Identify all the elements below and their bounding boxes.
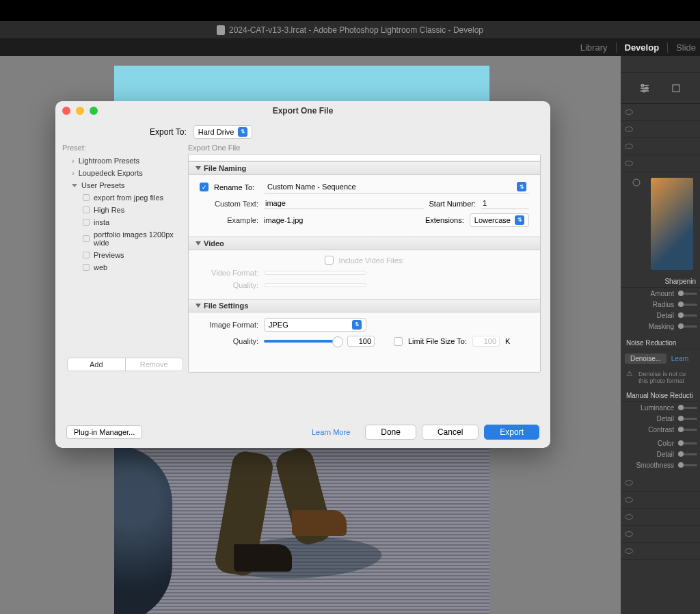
section-manual-noise: Manual Noise Reducti bbox=[621, 390, 700, 402]
denoise-learn-link[interactable]: Learn bbox=[671, 355, 689, 362]
section-noise: Noise Reduction bbox=[621, 337, 700, 349]
develop-panel: Sharpenin Amount Radius Detail Masking N… bbox=[621, 56, 700, 614]
limit-size-unit: K bbox=[505, 337, 510, 345]
sliders-icon[interactable] bbox=[639, 83, 650, 94]
start-number-input[interactable] bbox=[481, 198, 529, 209]
quality-label: Quality: bbox=[200, 337, 258, 345]
checkbox-icon[interactable] bbox=[83, 252, 90, 258]
checkbox-icon[interactable] bbox=[83, 219, 90, 226]
module-library[interactable]: Library bbox=[572, 42, 617, 53]
app-title: 2024-CAT-v13-3.lrcat - Adobe Photoshop L… bbox=[229, 25, 483, 35]
export-to-label: Export To: bbox=[150, 127, 187, 137]
chevron-updown-icon: ⇅ bbox=[352, 320, 362, 330]
extensions-select[interactable]: Lowercase ⇅ bbox=[470, 213, 529, 227]
eye-icon[interactable] bbox=[625, 480, 633, 485]
add-preset-button[interactable]: Add bbox=[68, 358, 126, 371]
dialog-title: Export One File bbox=[55, 106, 550, 116]
preset-group-loupedeck[interactable]: Loupedeck Exports bbox=[62, 167, 181, 179]
preset-group-lightroom[interactable]: Lightroom Presets bbox=[62, 155, 181, 167]
slider-luminance[interactable] bbox=[678, 407, 697, 409]
label-smoothness: Smoothness bbox=[636, 462, 674, 469]
label-amount: Amount bbox=[651, 290, 674, 297]
section-file-naming[interactable]: File Naming bbox=[189, 161, 540, 175]
rename-scheme-select[interactable]: Custom Name - Sequence ⇅ bbox=[265, 181, 529, 193]
cancel-button[interactable]: Cancel bbox=[422, 425, 479, 440]
zoom-icon[interactable] bbox=[90, 107, 98, 115]
extensions-label: Extensions: bbox=[425, 216, 464, 224]
close-icon[interactable] bbox=[62, 107, 70, 115]
checkbox-icon[interactable] bbox=[83, 206, 90, 213]
settings-header: Export One File bbox=[188, 144, 541, 152]
quality-value[interactable]: 100 bbox=[347, 336, 375, 347]
checkbox-icon[interactable] bbox=[83, 194, 90, 201]
slider-detail[interactable] bbox=[678, 315, 697, 317]
example-value: image-1.jpg bbox=[264, 216, 420, 224]
checkbox-icon[interactable] bbox=[83, 264, 90, 271]
label-detail3: Detail bbox=[656, 451, 674, 458]
plugin-manager-button[interactable]: Plug-in Manager... bbox=[66, 425, 142, 439]
slider-detail3[interactable] bbox=[678, 453, 697, 455]
start-number-label: Start Number: bbox=[429, 200, 476, 208]
include-video-checkbox[interactable] bbox=[325, 256, 334, 265]
export-to-select[interactable]: Hard Drive ⇅ bbox=[193, 125, 253, 139]
dialog-titlebar: Export One File bbox=[55, 101, 550, 120]
video-quality-select bbox=[264, 283, 366, 287]
rename-checkbox[interactable]: ✓ bbox=[200, 183, 208, 191]
slider-amount[interactable] bbox=[678, 293, 697, 295]
slider-smoothness[interactable] bbox=[678, 464, 697, 466]
document-icon bbox=[217, 25, 225, 35]
label-color: Color bbox=[658, 440, 674, 447]
module-slideshow[interactable]: Slide bbox=[668, 42, 696, 53]
section-video[interactable]: Video bbox=[189, 237, 540, 250]
preset-item[interactable]: export from jpeg files bbox=[62, 191, 181, 204]
preset-item[interactable]: High Res bbox=[62, 204, 181, 216]
chevron-updown-icon: ⇅ bbox=[517, 182, 526, 191]
preset-item[interactable]: Previews bbox=[62, 249, 181, 261]
crop-icon[interactable] bbox=[671, 83, 682, 94]
export-dialog: Export One File Export To: Hard Drive ⇅ … bbox=[55, 101, 550, 448]
denoise-note: Denoise is not cu this photo format bbox=[621, 368, 700, 390]
label-contrast: Contrast bbox=[648, 426, 674, 433]
preset-sidebar: Preset: Lightroom Presets Loupedeck Expo… bbox=[55, 144, 188, 415]
learn-more-link[interactable]: Learn More bbox=[312, 428, 350, 436]
denoise-button[interactable]: Denoise... bbox=[625, 353, 667, 364]
limit-size-checkbox[interactable] bbox=[394, 337, 403, 346]
slider-contrast[interactable] bbox=[678, 429, 697, 431]
eye-icon[interactable] bbox=[625, 126, 633, 132]
preset-item[interactable]: insta bbox=[62, 216, 181, 228]
slider-detail2[interactable] bbox=[678, 418, 697, 420]
label-detail: Detail bbox=[656, 312, 674, 319]
quality-slider[interactable] bbox=[264, 340, 339, 343]
remove-preset-button: Remove bbox=[126, 358, 183, 371]
preset-group-user[interactable]: User Presets bbox=[62, 179, 181, 191]
section-file-settings[interactable]: File Settings bbox=[189, 299, 540, 312]
eye-icon[interactable] bbox=[625, 161, 633, 166]
eye-icon[interactable] bbox=[625, 109, 633, 115]
preset-item[interactable]: web bbox=[62, 261, 181, 273]
eye-icon[interactable] bbox=[625, 531, 633, 537]
eye-icon[interactable] bbox=[625, 548, 633, 554]
slider-masking[interactable] bbox=[678, 325, 697, 328]
module-develop[interactable]: Develop bbox=[617, 42, 669, 53]
export-to-value: Hard Drive bbox=[198, 128, 234, 136]
target-icon[interactable] bbox=[632, 178, 641, 187]
slider-color[interactable] bbox=[678, 442, 697, 444]
limit-size-label: Limit File Size To: bbox=[408, 337, 467, 345]
module-picker: Library Develop Slide bbox=[0, 38, 700, 56]
done-button[interactable]: Done bbox=[365, 425, 416, 440]
app-titlebar: 2024-CAT-v13-3.lrcat - Adobe Photoshop L… bbox=[0, 21, 700, 38]
image-format-label: Image Format: bbox=[200, 321, 258, 329]
checkbox-icon[interactable] bbox=[83, 235, 90, 242]
eye-icon[interactable] bbox=[625, 144, 633, 149]
slider-radius[interactable] bbox=[678, 304, 697, 306]
image-format-select[interactable]: JPEG ⇅ bbox=[264, 318, 366, 332]
eye-icon[interactable] bbox=[625, 497, 633, 503]
preset-header: Preset: bbox=[62, 144, 181, 152]
custom-text-input[interactable] bbox=[264, 198, 424, 209]
label-masking: Masking bbox=[649, 323, 674, 330]
svg-rect-3 bbox=[673, 85, 679, 92]
export-button[interactable]: Export bbox=[484, 425, 539, 440]
minimize-icon[interactable] bbox=[76, 107, 84, 115]
preset-item[interactable]: portfolio images 1200px wide bbox=[62, 228, 181, 249]
eye-icon[interactable] bbox=[625, 514, 633, 520]
